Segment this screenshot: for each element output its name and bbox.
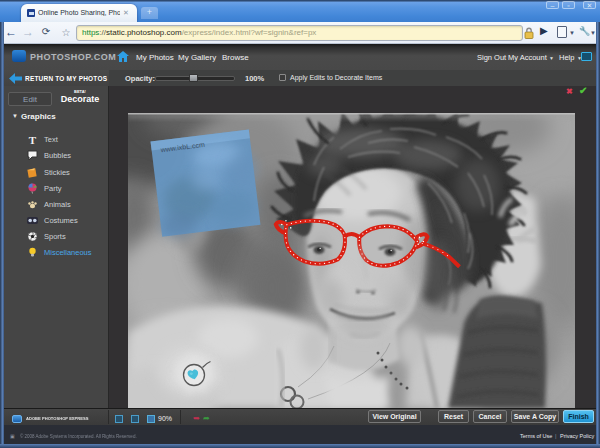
svg-text:T: T: [29, 134, 37, 145]
